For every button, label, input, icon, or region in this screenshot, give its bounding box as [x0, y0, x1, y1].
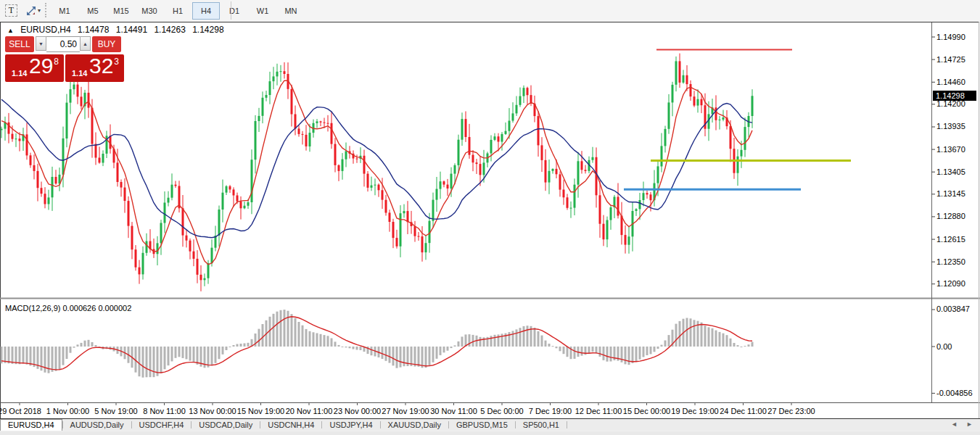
toolbar-separator	[231, 1, 231, 20]
tab-usdcnh-h4[interactable]: USDCNH,H4	[260, 419, 321, 431]
date-axis-label: 12 Dec 11:00	[575, 407, 622, 415]
timeframe-m5[interactable]: M5	[79, 2, 107, 20]
chart-header: ▲ EURUSD,H4 1.14478 1.14491 1.14263 1.14…	[7, 25, 228, 35]
price-axis-label: 1.13670	[936, 145, 965, 154]
chart-tabs: EURUSD,H4AUDUSD,DailyUSDCHF,H4USDCAD,Dai…	[0, 419, 567, 431]
timeframe-w1[interactable]: W1	[249, 2, 276, 20]
ohlc-open: 1.14478	[78, 25, 109, 35]
tab-usdchf-h4[interactable]: USDCHF,H4	[132, 419, 192, 431]
timeframe-button-group: M1M5M15M30H1H4D1W1MN	[51, 2, 305, 20]
price-axis-label: 1.12090	[936, 279, 965, 288]
tab-scroll-right-icon[interactable]: ►	[966, 420, 973, 428]
chart-symbol-timeframe: EURUSD,H4	[20, 25, 70, 35]
date-axis-label: 5 Dec 00:00	[480, 407, 523, 415]
timeframe-m30[interactable]: M30	[136, 2, 163, 20]
tab-usdjpy-h4[interactable]: USDJPY,H4	[322, 419, 379, 431]
tab-gbpusd-m15[interactable]: GBPUSD,M15	[449, 419, 515, 431]
macd-axis-label: -0.004856	[936, 389, 973, 397]
timeframe-h1[interactable]: H1	[164, 2, 192, 20]
date-axis-label: 13 Nov 00:00	[189, 407, 236, 415]
one-click-trading-panel: SELL ▼ ▲ BUY 1.14 29 8 1.14 32 3	[5, 36, 125, 82]
bid-price-panel[interactable]: 1.14 29 8	[5, 54, 64, 82]
ohlc-low: 1.14263	[154, 25, 185, 35]
timeframe-m15[interactable]: M15	[107, 2, 135, 20]
mt5-window: { "toolbar": { "text_tool_glyph": "T", "…	[0, 0, 980, 435]
timeframe-mn[interactable]: MN	[277, 2, 305, 20]
ask-price-prefix: 1.14	[72, 69, 87, 78]
date-axis-label: 19 Dec 19:00	[671, 407, 718, 415]
date-axis-label: 24 Dec 11:00	[720, 407, 767, 415]
macd-axis-label: 0.00	[936, 342, 952, 351]
chart-window	[0, 22, 979, 418]
dropdown-caret-icon: ▾	[38, 7, 41, 14]
date-axis-label: 27 Dec 23:00	[767, 407, 815, 415]
tab-audusd-daily[interactable]: AUDUSD,Daily	[63, 419, 131, 431]
text-label-tool-button[interactable]: T	[4, 3, 19, 18]
text-label-icon: T	[5, 4, 17, 17]
ohlc-high: 1.14491	[116, 25, 147, 35]
date-axis-label: 30 Nov 11:00	[430, 407, 477, 415]
macd-axis-label: 0.003847	[936, 304, 970, 313]
date-axis-label: 7 Dec 19:00	[529, 407, 572, 415]
chart-tab-bar: EURUSD,H4AUDUSD,DailyUSDCHF,H4USDCAD,Dai…	[0, 419, 980, 431]
tab-sp500-h1[interactable]: SP500,H1	[516, 419, 567, 431]
ask-price-panel[interactable]: 1.14 32 3	[65, 54, 124, 82]
timeframe-d1[interactable]: D1	[221, 2, 248, 20]
date-axis-label: 5 Nov 19:00	[94, 407, 137, 415]
price-axis-label: 1.12880	[936, 212, 965, 220]
chart-shift-tool-button[interactable]: ▾	[22, 3, 44, 18]
buy-button[interactable]: BUY	[92, 36, 121, 52]
top-toolbar: T ▾ M1M5M15M30H1H4D1W1MN	[0, 0, 980, 22]
bid-price-big: 29	[29, 54, 53, 78]
current-price-tag: 1.14298	[933, 91, 976, 101]
sell-button[interactable]: SELL	[5, 36, 34, 52]
price-axis-label: 1.12350	[936, 257, 965, 266]
ask-price-sup: 3	[114, 57, 119, 67]
macd-indicator-label: MACD(12,26,9) 0.000626 0.000002	[5, 304, 131, 312]
trade-controls-row: SELL ▼ ▲ BUY	[5, 36, 125, 52]
ask-price-big: 32	[89, 54, 113, 78]
volume-decrease-button[interactable]: ▼	[36, 36, 46, 51]
window-bottom-edge	[0, 431, 980, 435]
diagonal-arrows-icon	[26, 6, 36, 16]
date-axis-label: 15 Nov 19:00	[237, 407, 284, 415]
date-axis-label: 27 Nov 19:00	[382, 407, 429, 415]
bid-price-sup: 8	[54, 57, 59, 67]
tab-usdcad-daily[interactable]: USDCAD,Daily	[192, 419, 260, 431]
timeframe-h4[interactable]: H4	[192, 2, 220, 20]
date-axis-label: 23 Nov 00:00	[334, 407, 381, 415]
volume-increase-button[interactable]: ▲	[80, 36, 91, 51]
date-axis-label: 8 Nov 11:00	[143, 407, 186, 415]
toolbar-grip-handle[interactable]	[45, 3, 49, 17]
ohlc-close: 1.14298	[192, 25, 223, 35]
price-axis-label: 1.13145	[936, 189, 965, 198]
tab-xauusd-daily[interactable]: XAUUSD,Daily	[381, 419, 448, 431]
tab-scroll-left-icon[interactable]: ◄	[951, 420, 958, 428]
date-axis-label: 29 Oct 2018	[0, 407, 41, 415]
date-axis-label: 15 Dec 00:00	[623, 407, 670, 415]
one-click-collapse-icon[interactable]: ▲	[7, 27, 14, 34]
price-axis-label: 1.13405	[936, 167, 965, 176]
price-axis-label: 1.14460	[936, 78, 965, 86]
date-axis-label: 1 Nov 00:00	[46, 407, 89, 415]
bid-price-prefix: 1.14	[12, 69, 27, 78]
price-axis-label: 1.14725	[936, 55, 965, 64]
volume-input[interactable]	[46, 36, 80, 52]
tab-separator	[567, 421, 567, 428]
timeframe-m1[interactable]: M1	[51, 2, 78, 20]
trade-prices-row: 1.14 29 8 1.14 32 3	[5, 54, 125, 82]
tab-eurusd-h4[interactable]: EURUSD,H4	[0, 419, 62, 431]
date-axis-label: 20 Nov 11:00	[286, 407, 333, 415]
price-axis-label: 1.13935	[936, 122, 965, 130]
price-axis-label: 1.12615	[936, 235, 965, 244]
price-axis-label: 1.14990	[936, 33, 965, 41]
